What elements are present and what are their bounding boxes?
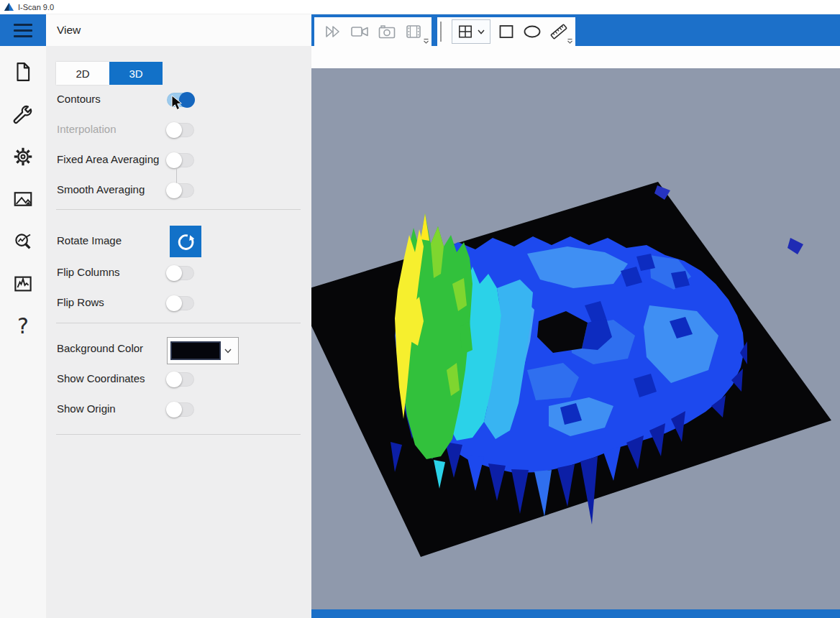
background-color-dropdown[interactable] bbox=[167, 337, 239, 364]
ruler-tool-button[interactable] bbox=[549, 23, 568, 40]
titlebar: I-Scan 9.0 bbox=[0, 0, 840, 14]
toolbar-overflow-icon[interactable] bbox=[423, 38, 429, 45]
help-icon: ? bbox=[17, 315, 29, 337]
divider bbox=[56, 323, 301, 323]
divider bbox=[56, 209, 301, 210]
hamburger-menu-button[interactable] bbox=[0, 14, 46, 46]
fixed-area-averaging-label: Fixed Area Averaging bbox=[57, 153, 159, 165]
toolbar-overflow-icon[interactable] bbox=[567, 38, 573, 45]
rotate-icon bbox=[176, 232, 196, 252]
interpolation-toggle bbox=[167, 123, 194, 137]
video-camera-icon bbox=[350, 24, 369, 39]
contours-label: Contours bbox=[57, 93, 101, 105]
hamburger-icon bbox=[14, 24, 32, 26]
sidebar-item-settings[interactable] bbox=[0, 135, 46, 177]
flip-columns-toggle[interactable] bbox=[167, 266, 194, 280]
viewport-top-margin bbox=[311, 46, 840, 68]
sidebar: ? bbox=[0, 46, 46, 618]
sidebar-item-document[interactable] bbox=[0, 50, 46, 93]
sidebar-item-image[interactable] bbox=[0, 177, 46, 220]
gear-icon bbox=[12, 146, 34, 167]
document-icon bbox=[12, 61, 34, 83]
ellipse-tool-button[interactable] bbox=[522, 24, 542, 40]
grid-split-dropdown[interactable] bbox=[452, 19, 490, 44]
background-color-swatch bbox=[170, 341, 221, 360]
app-title: I-Scan 9.0 bbox=[18, 3, 54, 11]
sidebar-item-analysis[interactable] bbox=[0, 220, 46, 262]
view-mode-3d-button[interactable]: 3D bbox=[109, 62, 163, 85]
snapshot-button[interactable] bbox=[378, 24, 396, 40]
divider bbox=[56, 434, 301, 435]
toolbar bbox=[311, 14, 840, 46]
interpolation-label: Interpolation bbox=[57, 123, 117, 135]
rotate-image-label: Rotate Image bbox=[57, 234, 122, 246]
ruler-icon bbox=[549, 23, 568, 40]
sidebar-item-help[interactable]: ? bbox=[0, 305, 46, 347]
smooth-averaging-label: Smooth Averaging bbox=[57, 183, 145, 195]
panel-header: View bbox=[0, 14, 311, 46]
viewport-bottom-bar bbox=[311, 609, 840, 618]
panel-title: View bbox=[46, 14, 81, 46]
view-mode-2d-button[interactable]: 2D bbox=[56, 62, 109, 85]
show-coordinates-toggle[interactable] bbox=[167, 372, 194, 387]
movie-button[interactable] bbox=[405, 24, 422, 40]
show-coordinates-label: Show Coordinates bbox=[57, 372, 145, 384]
chevron-down-icon bbox=[221, 349, 235, 354]
chevron-down-icon bbox=[478, 29, 485, 34]
toolbar-drag-handle[interactable] bbox=[440, 22, 442, 42]
smooth-averaging-toggle[interactable] bbox=[167, 183, 194, 198]
toggle-connector-line bbox=[176, 168, 177, 184]
view-settings-panel: 2D 3D Contours Interpolation Fixed Area … bbox=[46, 46, 311, 618]
image-icon bbox=[12, 188, 34, 210]
playback-toolbar-group bbox=[314, 17, 432, 46]
pressure-3d-surface bbox=[311, 68, 840, 609]
background-color-label: Background Color bbox=[57, 342, 143, 354]
sidebar-item-graph[interactable] bbox=[0, 262, 46, 305]
workspace-column bbox=[311, 14, 840, 618]
pressure-3d-viewport[interactable] bbox=[311, 68, 840, 609]
contours-toggle[interactable] bbox=[167, 93, 194, 107]
zoom-analysis-icon bbox=[12, 231, 34, 252]
graph-icon bbox=[12, 273, 34, 295]
view-mode-segmented-control: 2D 3D bbox=[56, 62, 163, 85]
rectangle-tool-button[interactable] bbox=[498, 24, 515, 40]
left-panel-column: View bbox=[0, 14, 311, 618]
show-origin-toggle[interactable] bbox=[167, 402, 194, 417]
rectangle-tool-icon bbox=[498, 24, 515, 40]
ellipse-tool-icon bbox=[522, 24, 542, 40]
grid-split-icon bbox=[457, 24, 473, 39]
flip-rows-label: Flip Rows bbox=[57, 296, 104, 308]
movie-icon bbox=[405, 24, 422, 40]
rotate-image-button[interactable] bbox=[170, 226, 201, 257]
app-logo-icon bbox=[4, 3, 14, 11]
fast-forward-icon bbox=[324, 24, 342, 39]
flip-rows-toggle[interactable] bbox=[167, 296, 194, 310]
flip-columns-label: Flip Columns bbox=[57, 266, 120, 278]
snapshot-camera-icon bbox=[378, 24, 396, 40]
fast-forward-button[interactable] bbox=[324, 24, 342, 39]
record-movie-button[interactable] bbox=[350, 24, 369, 39]
tools-toolbar-group bbox=[437, 17, 575, 46]
wrench-icon bbox=[12, 103, 34, 125]
fixed-area-averaging-toggle[interactable] bbox=[167, 153, 194, 167]
sidebar-item-tools[interactable] bbox=[0, 93, 46, 135]
show-origin-label: Show Origin bbox=[57, 402, 116, 415]
